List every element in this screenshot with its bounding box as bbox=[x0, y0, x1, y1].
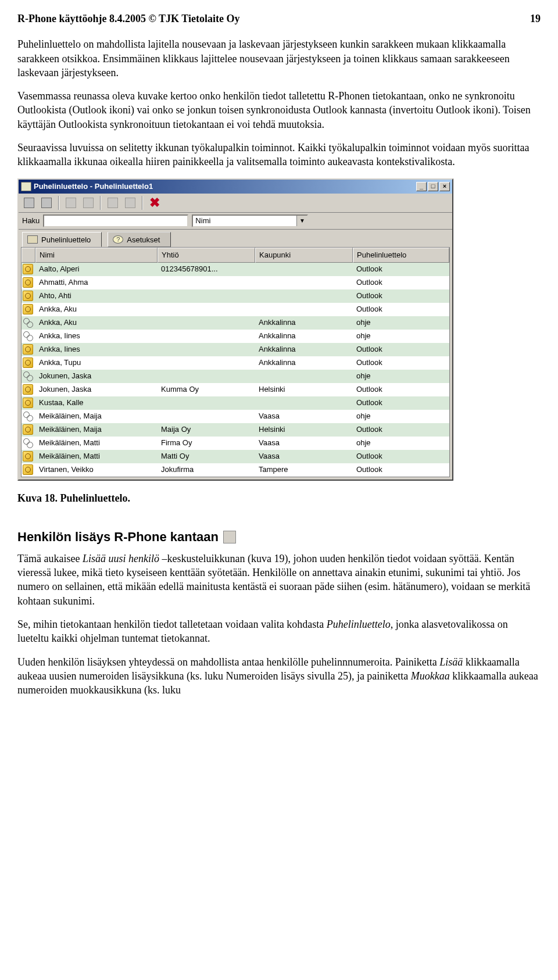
tab-settings[interactable]: ? Asetukset bbox=[108, 232, 171, 248]
cell-company bbox=[158, 316, 255, 330]
outlook-icon bbox=[23, 451, 33, 462]
tabs: Puhelinluettelo ? Asetukset bbox=[19, 230, 452, 248]
cell-name: Ahto, Ahti bbox=[35, 289, 158, 303]
cell-city: Vaasa bbox=[255, 450, 353, 463]
row-source-icon bbox=[22, 276, 35, 289]
tool-edit[interactable] bbox=[105, 195, 121, 210]
table-row[interactable]: Meikäläinen, MattiMatti OyVaasaOutlook bbox=[22, 450, 449, 463]
cell-name: Jokunen, Jaska bbox=[35, 370, 158, 383]
col-icon[interactable] bbox=[22, 248, 35, 263]
table-row[interactable]: Meikäläinen, MaijaVaasaohje bbox=[22, 410, 449, 423]
cell-city: Tampere bbox=[255, 463, 353, 477]
paragraph-2: Vasemmassa reunassa oleva kuvake kertoo … bbox=[17, 89, 541, 131]
emphasis: Muokkaa bbox=[411, 670, 450, 682]
close-button[interactable]: × bbox=[439, 182, 450, 191]
cell-name: Jokunen, Jaska bbox=[35, 383, 158, 396]
tab-phonebook[interactable]: Puhelinluettelo bbox=[22, 232, 102, 248]
separator-icon bbox=[142, 196, 143, 210]
row-source-icon bbox=[22, 316, 35, 330]
person-plus-icon bbox=[24, 198, 34, 208]
search-input[interactable] bbox=[43, 214, 188, 227]
text: Tämä aukaisee bbox=[17, 553, 83, 564]
row-source-icon bbox=[22, 450, 35, 463]
row-source-icon bbox=[22, 289, 35, 303]
table-row[interactable]: Ahto, AhtiOutlook bbox=[22, 289, 449, 303]
cell-book: Outlook bbox=[353, 263, 449, 276]
page-header: R-Phone käyttöohje 8.4.2005 © TJK Tietol… bbox=[17, 12, 541, 26]
titlebar[interactable]: Puhelinluettelo - Puhelinluettelo1 _ □ × bbox=[19, 180, 452, 194]
cell-company bbox=[158, 396, 255, 410]
sync-icon bbox=[23, 371, 33, 381]
col-name[interactable]: Nimi bbox=[35, 248, 158, 263]
cell-name: Ankka, Aku bbox=[35, 303, 158, 316]
cell-city: Ankkalinna bbox=[255, 343, 353, 356]
table-row[interactable]: Ahmatti, AhmaOutlook bbox=[22, 276, 449, 289]
tool-add-person[interactable] bbox=[21, 195, 37, 210]
tool-call[interactable] bbox=[63, 195, 79, 210]
col-book[interactable]: Puhelinluettelo bbox=[353, 248, 449, 263]
cell-book: ohje bbox=[353, 370, 449, 383]
row-source-icon bbox=[22, 330, 35, 343]
row-source-icon bbox=[22, 356, 35, 370]
tool-delete[interactable]: ✖ bbox=[146, 195, 163, 210]
sync-icon bbox=[23, 411, 33, 421]
maximize-button[interactable]: □ bbox=[428, 182, 438, 191]
cell-book: Outlook bbox=[353, 356, 449, 370]
paragraph-6: Uuden henkilön lisäyksen yhteydessä on m… bbox=[17, 655, 541, 698]
table-row[interactable]: Kustaa, KalleOutlook bbox=[22, 396, 449, 410]
cell-city: Vaasa bbox=[255, 410, 353, 423]
cell-book: ohje bbox=[353, 410, 449, 423]
table-row[interactable]: Ankka, TupuAnkkalinnaOutlook bbox=[22, 356, 449, 370]
cell-book: ohje bbox=[353, 330, 449, 343]
sync-icon bbox=[23, 438, 33, 448]
book-icon bbox=[21, 182, 31, 191]
outlook-icon bbox=[23, 344, 33, 355]
page-number: 19 bbox=[530, 12, 541, 26]
row-source-icon bbox=[22, 463, 35, 477]
table-row[interactable]: Jokunen, JaskaKumma OyHelsinkiOutlook bbox=[22, 383, 449, 396]
search-field-combo[interactable]: Nimi ▼ bbox=[192, 214, 308, 227]
cell-book: Outlook bbox=[353, 423, 449, 437]
col-company[interactable]: Yhtiö bbox=[158, 248, 255, 263]
table-row[interactable]: Ankka, AkuOutlook bbox=[22, 303, 449, 316]
table-row[interactable]: Meikäläinen, MattiFirma OyVaasaohje bbox=[22, 437, 449, 450]
paragraph-3: Seuraavissa luvuissa on selitetty ikkuna… bbox=[17, 141, 541, 169]
cell-name: Meikäläinen, Matti bbox=[35, 437, 158, 450]
cell-city bbox=[255, 263, 353, 276]
cell-book: Outlook bbox=[353, 396, 449, 410]
minimize-button[interactable]: _ bbox=[416, 182, 427, 191]
table-row[interactable]: Virtanen, VeikkoJokufirmaTampereOutlook bbox=[22, 463, 449, 477]
search-bar: Haku Nimi ▼ bbox=[19, 213, 452, 230]
cell-name: Meikäläinen, Maija bbox=[35, 410, 158, 423]
outlook-icon bbox=[23, 264, 33, 274]
table-row[interactable]: Meikäläinen, MaijaMaija OyHelsinkiOutloo… bbox=[22, 423, 449, 437]
cell-city bbox=[255, 289, 353, 303]
table-row[interactable]: Ankka, IinesAnkkalinnaohje bbox=[22, 330, 449, 343]
section-heading: Henkilön lisäys R-Phone kantaan bbox=[17, 528, 541, 546]
row-source-icon bbox=[22, 423, 35, 437]
tool-numbers[interactable] bbox=[122, 195, 138, 210]
row-source-icon bbox=[22, 383, 35, 396]
outlook-icon bbox=[23, 304, 33, 314]
chevron-down-icon: ▼ bbox=[296, 216, 307, 226]
cell-company: Maija Oy bbox=[158, 423, 255, 437]
card-icon bbox=[83, 198, 94, 208]
tool-card[interactable] bbox=[80, 195, 96, 210]
table-row[interactable]: Aalto, Alperi012345678901...Outlook bbox=[22, 263, 449, 276]
table-row[interactable]: Ankka, IinesAnkkalinnaOutlook bbox=[22, 343, 449, 356]
row-source-icon bbox=[22, 410, 35, 423]
col-city[interactable]: Kaupunki bbox=[255, 248, 353, 263]
emphasis: Puhelinluettelo bbox=[327, 618, 391, 630]
pencil-icon bbox=[108, 198, 118, 208]
row-source-icon bbox=[22, 303, 35, 316]
cell-name: Ahmatti, Ahma bbox=[35, 276, 158, 289]
cell-city bbox=[255, 276, 353, 289]
cell-company: Firma Oy bbox=[158, 437, 255, 450]
table-row[interactable]: Ankka, AkuAnkkalinnaohje bbox=[22, 316, 449, 330]
cell-company bbox=[158, 330, 255, 343]
tool-add-outlook[interactable] bbox=[38, 195, 55, 210]
table-row[interactable]: Jokunen, Jaskaohje bbox=[22, 370, 449, 383]
row-source-icon bbox=[22, 437, 35, 450]
cell-company bbox=[158, 410, 255, 423]
cell-city: Helsinki bbox=[255, 423, 353, 437]
